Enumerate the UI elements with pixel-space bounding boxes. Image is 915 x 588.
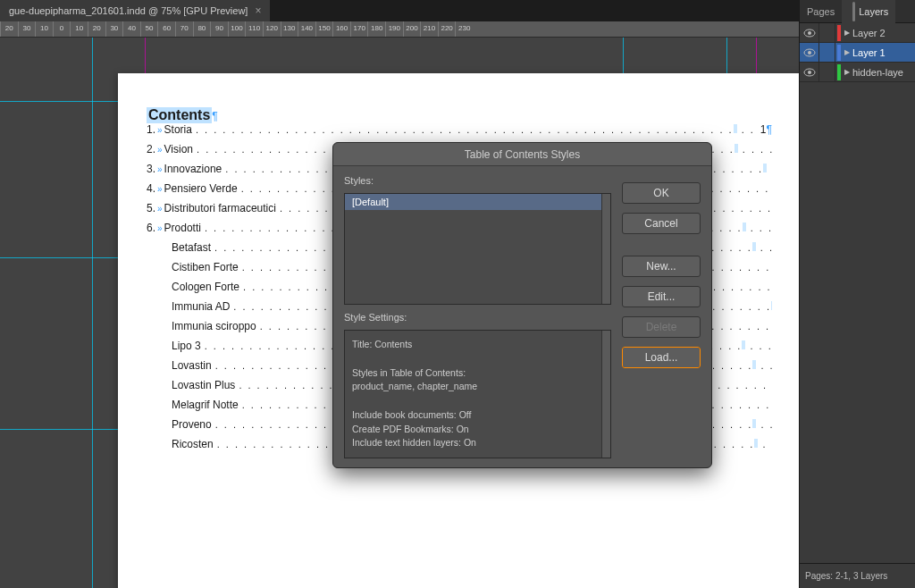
lock-toggle[interactable]	[819, 23, 835, 42]
toc-entry: Ricosten	[172, 438, 214, 450]
toc-number: 6.	[147, 222, 155, 234]
settings-line	[352, 394, 603, 408]
settings-line: Title: Contents	[352, 338, 603, 352]
toc-title: Contents	[147, 107, 212, 123]
ok-button[interactable]: OK	[622, 182, 701, 204]
document-tab[interactable]: gue-duepipharma_201601.indd @ 75% [GPU P…	[0, 0, 270, 21]
svg-point-1	[808, 31, 811, 35]
tab-marker-icon: »	[155, 223, 164, 233]
disclosure-triangle-icon[interactable]: ▶	[844, 68, 852, 76]
layers-panel-footer: Pages: 2-1, 3 Layers	[800, 563, 915, 588]
cancel-button[interactable]: Cancel	[622, 213, 701, 234]
tab-pages[interactable]: Pages	[800, 0, 842, 23]
layer-color-swatch	[837, 25, 841, 41]
layer-row[interactable]: ▶hidden-laye	[800, 63, 915, 82]
ruler-tick: 170	[350, 21, 368, 37]
eye-icon	[803, 48, 816, 57]
toc-entry: Cologen Forte	[172, 281, 239, 293]
eye-icon	[803, 68, 816, 77]
tab-marker-icon: »	[155, 145, 164, 155]
ruler-tick: 220	[438, 21, 456, 37]
pilcrow-icon: ¶	[212, 110, 217, 122]
toc-entry: Prodotti	[164, 222, 201, 234]
edit-button[interactable]: Edit...	[622, 286, 701, 307]
toc-entry: Melagrif Notte	[172, 399, 239, 411]
style-settings-label: Style Settings:	[344, 312, 611, 323]
ruler-tick: 30	[105, 21, 123, 37]
layer-name: hidden-laye	[852, 67, 903, 78]
visibility-toggle[interactable]	[800, 23, 819, 42]
settings-line: product_name, chapter_name	[352, 380, 603, 394]
settings-line: Styles in Table of Contents:	[352, 366, 603, 381]
toc-entry: Distributori farmaceutici	[164, 202, 276, 214]
scrollbar[interactable]	[601, 194, 610, 304]
ruler-tick: 10	[35, 21, 53, 37]
disclosure-triangle-icon[interactable]: ▶	[844, 29, 852, 37]
horizontal-ruler[interactable]: 2030100102030405060708090100110120130140…	[0, 21, 799, 38]
toc-number: 4.	[147, 182, 155, 195]
ruler-tick: 40	[122, 21, 140, 37]
toc-entry: Immunia AD	[172, 300, 230, 313]
disclosure-triangle-icon[interactable]: ▶	[844, 48, 852, 56]
load-button[interactable]: Load...	[622, 347, 701, 368]
ruler-tick: 80	[193, 21, 211, 37]
toc-entry: Lipo 3	[172, 340, 201, 352]
toc-number: 3.	[147, 163, 155, 175]
toc-entry: Vision	[164, 143, 193, 155]
layer-name: Layer 1	[852, 47, 886, 58]
eye-icon	[803, 29, 816, 38]
ruler-tick: 130	[281, 21, 298, 37]
styles-listbox[interactable]: [Default]	[344, 193, 611, 305]
settings-line: Include book documents: Off	[352, 408, 603, 423]
settings-line	[352, 352, 603, 366]
toc-entry: Lovastin	[172, 359, 212, 372]
layer-row[interactable]: ▶Layer 2	[800, 23, 915, 43]
ruler-tick: 30	[18, 21, 36, 37]
guide[interactable]	[92, 38, 93, 588]
ruler-tick: 160	[332, 21, 350, 37]
styles-listbox-item[interactable]: [Default]	[345, 194, 610, 210]
tab-marker-icon: »	[155, 164, 164, 174]
toc-entry: Proveno	[172, 418, 212, 431]
lock-toggle[interactable]	[819, 63, 835, 81]
toc-entry: Innovazione	[164, 163, 222, 175]
close-tab-icon[interactable]: ×	[255, 4, 261, 17]
toc-styles-dialog: Table of Contents Styles Styles: [Defaul…	[332, 142, 712, 468]
ruler-tick: 210	[420, 21, 438, 37]
dialog-title: Table of Contents Styles	[333, 143, 711, 166]
layer-row[interactable]: ▶Layer 1	[800, 43, 915, 63]
lock-toggle[interactable]	[819, 43, 835, 62]
toc-number: 5.	[147, 202, 155, 214]
toc-entry: Pensiero Verde	[164, 182, 238, 195]
layers-list[interactable]: ▶Layer 2▶Layer 1▶hidden-laye	[800, 23, 915, 563]
svg-point-5	[808, 71, 811, 74]
scrollbar[interactable]	[601, 331, 610, 458]
toc-entry: Lovastin Plus	[172, 379, 235, 391]
visibility-toggle[interactable]	[800, 63, 819, 81]
new-button[interactable]: New...	[622, 256, 701, 277]
ruler-tick: 230	[455, 21, 473, 37]
document-tab-title: gue-duepipharma_201601.indd @ 75% [GPU P…	[9, 5, 248, 16]
styles-label: Styles:	[344, 175, 611, 186]
ruler-tick: 20	[0, 21, 18, 37]
toc-entry: Storia	[164, 123, 192, 136]
ruler-tick: 90	[210, 21, 228, 37]
style-settings-readout: Title: Contents Styles in Table of Conte…	[344, 330, 611, 458]
tab-layers[interactable]: Layers	[842, 0, 895, 23]
ruler-tick: 200	[403, 21, 421, 37]
tab-marker-icon: »	[155, 125, 164, 135]
toc-chapter-line: 1.»Storia . . . . . . . . . . . . . . . …	[147, 123, 772, 143]
toc-leader: . . . . . . . . . . . . . . . . . . . . …	[192, 124, 760, 135]
toc-entry: Betafast	[172, 241, 211, 254]
ruler-tick: 10	[70, 21, 88, 37]
ruler-tick: 0	[53, 21, 71, 37]
ruler-tick: 140	[298, 21, 315, 37]
tab-marker-icon: »	[155, 204, 164, 214]
delete-button: Delete	[622, 316, 701, 338]
visibility-toggle[interactable]	[800, 43, 819, 62]
layer-color-swatch	[837, 64, 841, 80]
toc-page-number: 1	[760, 123, 767, 136]
ruler-tick: 180	[367, 21, 385, 37]
ruler-tick: 190	[385, 21, 403, 37]
toc-entry: Cistiben Forte	[172, 261, 239, 273]
